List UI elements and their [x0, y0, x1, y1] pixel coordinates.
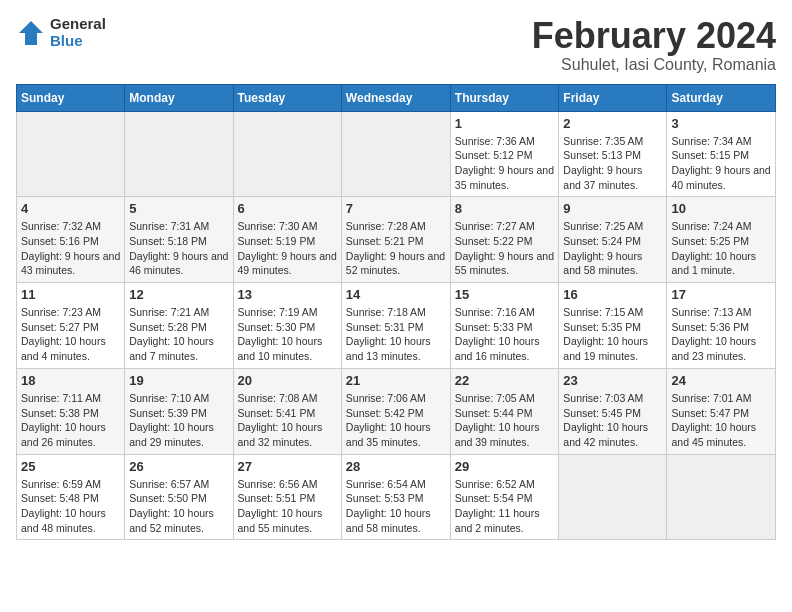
logo: General Blue [16, 16, 106, 49]
calendar-cell: 29Sunrise: 6:52 AMSunset: 5:54 PMDayligh… [450, 454, 559, 540]
calendar-cell [559, 454, 667, 540]
calendar-week-row: 4Sunrise: 7:32 AMSunset: 5:16 PMDaylight… [17, 197, 776, 283]
weekday-header: Friday [559, 84, 667, 111]
calendar-cell: 14Sunrise: 7:18 AMSunset: 5:31 PMDayligh… [341, 283, 450, 369]
day-number: 3 [671, 116, 771, 131]
day-info: Sunrise: 6:56 AMSunset: 5:51 PMDaylight:… [238, 477, 337, 536]
calendar-cell: 27Sunrise: 6:56 AMSunset: 5:51 PMDayligh… [233, 454, 341, 540]
day-info: Sunrise: 7:08 AMSunset: 5:41 PMDaylight:… [238, 391, 337, 450]
calendar-cell: 18Sunrise: 7:11 AMSunset: 5:38 PMDayligh… [17, 368, 125, 454]
day-info: Sunrise: 7:34 AMSunset: 5:15 PMDaylight:… [671, 134, 771, 193]
day-info: Sunrise: 7:13 AMSunset: 5:36 PMDaylight:… [671, 305, 771, 364]
weekday-header: Thursday [450, 84, 559, 111]
day-info: Sunrise: 7:35 AMSunset: 5:13 PMDaylight:… [563, 134, 662, 193]
calendar-table: SundayMondayTuesdayWednesdayThursdayFrid… [16, 84, 776, 541]
weekday-header: Tuesday [233, 84, 341, 111]
day-number: 2 [563, 116, 662, 131]
calendar-cell: 11Sunrise: 7:23 AMSunset: 5:27 PMDayligh… [17, 283, 125, 369]
calendar-cell: 23Sunrise: 7:03 AMSunset: 5:45 PMDayligh… [559, 368, 667, 454]
calendar-cell [233, 111, 341, 197]
calendar-cell: 24Sunrise: 7:01 AMSunset: 5:47 PMDayligh… [667, 368, 776, 454]
calendar-subtitle: Suhulet, Iasi County, Romania [532, 56, 776, 74]
day-number: 12 [129, 287, 228, 302]
calendar-week-row: 18Sunrise: 7:11 AMSunset: 5:38 PMDayligh… [17, 368, 776, 454]
day-info: Sunrise: 7:27 AMSunset: 5:22 PMDaylight:… [455, 219, 555, 278]
svg-marker-0 [19, 21, 43, 45]
page-header: General Blue February 2024 Suhulet, Iasi… [16, 16, 776, 74]
calendar-title: February 2024 [532, 16, 776, 56]
day-number: 6 [238, 201, 337, 216]
day-number: 23 [563, 373, 662, 388]
logo-icon [16, 18, 46, 48]
day-number: 5 [129, 201, 228, 216]
calendar-cell: 25Sunrise: 6:59 AMSunset: 5:48 PMDayligh… [17, 454, 125, 540]
day-info: Sunrise: 7:06 AMSunset: 5:42 PMDaylight:… [346, 391, 446, 450]
day-info: Sunrise: 6:57 AMSunset: 5:50 PMDaylight:… [129, 477, 228, 536]
calendar-week-row: 1Sunrise: 7:36 AMSunset: 5:12 PMDaylight… [17, 111, 776, 197]
day-info: Sunrise: 7:32 AMSunset: 5:16 PMDaylight:… [21, 219, 120, 278]
day-info: Sunrise: 6:52 AMSunset: 5:54 PMDaylight:… [455, 477, 555, 536]
day-number: 9 [563, 201, 662, 216]
day-number: 13 [238, 287, 337, 302]
day-info: Sunrise: 6:59 AMSunset: 5:48 PMDaylight:… [21, 477, 120, 536]
day-info: Sunrise: 7:36 AMSunset: 5:12 PMDaylight:… [455, 134, 555, 193]
day-info: Sunrise: 7:21 AMSunset: 5:28 PMDaylight:… [129, 305, 228, 364]
day-number: 8 [455, 201, 555, 216]
day-number: 11 [21, 287, 120, 302]
calendar-cell: 1Sunrise: 7:36 AMSunset: 5:12 PMDaylight… [450, 111, 559, 197]
calendar-cell: 2Sunrise: 7:35 AMSunset: 5:13 PMDaylight… [559, 111, 667, 197]
calendar-cell: 12Sunrise: 7:21 AMSunset: 5:28 PMDayligh… [125, 283, 233, 369]
calendar-header-row: SundayMondayTuesdayWednesdayThursdayFrid… [17, 84, 776, 111]
weekday-header: Wednesday [341, 84, 450, 111]
calendar-cell: 5Sunrise: 7:31 AMSunset: 5:18 PMDaylight… [125, 197, 233, 283]
weekday-header: Saturday [667, 84, 776, 111]
day-info: Sunrise: 7:16 AMSunset: 5:33 PMDaylight:… [455, 305, 555, 364]
weekday-header: Monday [125, 84, 233, 111]
day-info: Sunrise: 7:28 AMSunset: 5:21 PMDaylight:… [346, 219, 446, 278]
calendar-week-row: 25Sunrise: 6:59 AMSunset: 5:48 PMDayligh… [17, 454, 776, 540]
day-number: 4 [21, 201, 120, 216]
day-info: Sunrise: 7:18 AMSunset: 5:31 PMDaylight:… [346, 305, 446, 364]
day-number: 15 [455, 287, 555, 302]
day-info: Sunrise: 7:10 AMSunset: 5:39 PMDaylight:… [129, 391, 228, 450]
day-info: Sunrise: 7:31 AMSunset: 5:18 PMDaylight:… [129, 219, 228, 278]
weekday-header: Sunday [17, 84, 125, 111]
calendar-cell [667, 454, 776, 540]
calendar-cell: 15Sunrise: 7:16 AMSunset: 5:33 PMDayligh… [450, 283, 559, 369]
day-number: 17 [671, 287, 771, 302]
day-number: 16 [563, 287, 662, 302]
day-info: Sunrise: 7:23 AMSunset: 5:27 PMDaylight:… [21, 305, 120, 364]
calendar-cell: 19Sunrise: 7:10 AMSunset: 5:39 PMDayligh… [125, 368, 233, 454]
day-number: 10 [671, 201, 771, 216]
day-info: Sunrise: 7:03 AMSunset: 5:45 PMDaylight:… [563, 391, 662, 450]
day-number: 1 [455, 116, 555, 131]
day-info: Sunrise: 7:15 AMSunset: 5:35 PMDaylight:… [563, 305, 662, 364]
calendar-cell: 21Sunrise: 7:06 AMSunset: 5:42 PMDayligh… [341, 368, 450, 454]
day-number: 26 [129, 459, 228, 474]
calendar-cell: 9Sunrise: 7:25 AMSunset: 5:24 PMDaylight… [559, 197, 667, 283]
calendar-cell: 10Sunrise: 7:24 AMSunset: 5:25 PMDayligh… [667, 197, 776, 283]
day-number: 18 [21, 373, 120, 388]
calendar-cell: 26Sunrise: 6:57 AMSunset: 5:50 PMDayligh… [125, 454, 233, 540]
day-number: 25 [21, 459, 120, 474]
calendar-cell: 3Sunrise: 7:34 AMSunset: 5:15 PMDaylight… [667, 111, 776, 197]
calendar-week-row: 11Sunrise: 7:23 AMSunset: 5:27 PMDayligh… [17, 283, 776, 369]
calendar-cell: 7Sunrise: 7:28 AMSunset: 5:21 PMDaylight… [341, 197, 450, 283]
calendar-cell [125, 111, 233, 197]
calendar-cell: 17Sunrise: 7:13 AMSunset: 5:36 PMDayligh… [667, 283, 776, 369]
day-info: Sunrise: 7:25 AMSunset: 5:24 PMDaylight:… [563, 219, 662, 278]
day-number: 20 [238, 373, 337, 388]
calendar-cell: 16Sunrise: 7:15 AMSunset: 5:35 PMDayligh… [559, 283, 667, 369]
day-info: Sunrise: 7:05 AMSunset: 5:44 PMDaylight:… [455, 391, 555, 450]
calendar-cell: 4Sunrise: 7:32 AMSunset: 5:16 PMDaylight… [17, 197, 125, 283]
calendar-cell: 28Sunrise: 6:54 AMSunset: 5:53 PMDayligh… [341, 454, 450, 540]
day-number: 28 [346, 459, 446, 474]
calendar-cell: 22Sunrise: 7:05 AMSunset: 5:44 PMDayligh… [450, 368, 559, 454]
day-info: Sunrise: 7:19 AMSunset: 5:30 PMDaylight:… [238, 305, 337, 364]
day-info: Sunrise: 7:11 AMSunset: 5:38 PMDaylight:… [21, 391, 120, 450]
logo-text: General Blue [50, 16, 106, 49]
day-number: 22 [455, 373, 555, 388]
calendar-cell: 8Sunrise: 7:27 AMSunset: 5:22 PMDaylight… [450, 197, 559, 283]
day-info: Sunrise: 7:01 AMSunset: 5:47 PMDaylight:… [671, 391, 771, 450]
calendar-cell [17, 111, 125, 197]
